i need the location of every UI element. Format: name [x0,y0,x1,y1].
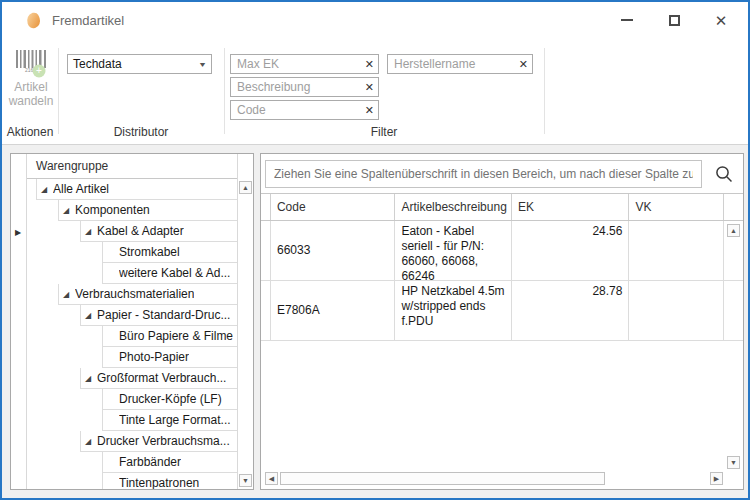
tree-node-buero-papiere[interactable]: Büro Papiere & Filme [27,326,237,347]
tree-node-drucker-verbrauchsma[interactable]: ◢Drucker Verbrauchsma... [27,431,237,452]
maximize-icon [669,15,680,26]
scroll-left-button[interactable]: ◀ [265,472,278,485]
group-separator [544,48,545,134]
maximize-button[interactable] [655,2,693,38]
scroll-down-icon: ▼ [730,459,737,466]
minimize-icon [621,19,633,21]
expand-icon[interactable]: ◢ [83,374,97,383]
tree-node-grossformat[interactable]: ◢Großformat Verbrauch... [27,368,237,389]
app-icon [25,11,42,29]
group-by-panel[interactable]: Ziehen Sie eine Spaltenüberschrift in di… [261,154,743,193]
tree-node-weitere-kabel[interactable]: weitere Kabel & Ad... [27,263,237,284]
herstellername-field[interactable]: ✕ [387,54,533,74]
group-by-box[interactable]: Ziehen Sie eine Spaltenüberschrift in di… [265,160,702,188]
grid-horizontal-scrollbar[interactable]: ◀ ▶ [265,471,723,487]
clear-icon[interactable]: ✕ [359,58,374,71]
tree-rows: ◢Alle Artikel ◢Komponenten ◢Kabel & Adap… [27,179,237,489]
tree-node-farbbaender[interactable]: Farbbänder [27,452,237,473]
tree-column-header[interactable]: Warengruppe [27,154,237,179]
cell-code: 66033 [271,221,395,280]
column-header-vk[interactable]: VK [629,194,724,220]
tree-node-tinte-large-format[interactable]: Tinte Large Format... [27,410,237,431]
scroll-right-button[interactable]: ▶ [710,472,723,485]
expand-icon[interactable]: ◢ [61,206,75,215]
chevron-down-icon: ▼ [198,61,207,68]
tree-row-indicator-column: ▶ [11,154,27,489]
expand-icon[interactable]: ◢ [83,437,97,446]
close-button[interactable]: ✕ [702,2,740,38]
search-button[interactable] [713,163,735,185]
tree-node-papier-standard[interactable]: ◢Papier - Standard-Druc... [27,305,237,326]
cell-vk [629,221,724,280]
column-header-code[interactable]: Code [271,194,395,220]
scroll-down-button[interactable]: ▼ [239,474,252,487]
close-icon: ✕ [715,13,728,28]
horizontal-scrollbar-thumb[interactable] [280,472,605,485]
tree-vertical-scrollbar[interactable]: ▲ ▼ [237,154,253,489]
table-row[interactable]: E7806A HP Netzkabel 4.5m w/stripped ends… [261,281,743,341]
titlebar: Fremdartikel ✕ [2,2,748,38]
grid-scroll-up-button[interactable]: ▲ [727,224,740,237]
current-row-indicator-icon: ▶ [15,228,21,237]
artikel-grid: Ziehen Sie eine Spaltenüberschrift in di… [260,153,744,490]
tree-node-stromkabel[interactable]: Stromkabel [27,242,237,263]
cell-vk [629,281,724,340]
max-ek-field[interactable]: ✕ [230,54,379,74]
tree-node-komponenten[interactable]: ◢Komponenten [27,200,237,221]
window-title: Fremdartikel [52,13,124,28]
scroll-left-icon: ◀ [269,475,274,483]
cell-description: Eaton - Kabel seriell - für P/N: 66060, … [395,221,512,280]
scroll-up-icon: ▲ [730,227,737,234]
clear-icon[interactable]: ✕ [513,58,528,71]
artikel-wandeln-button[interactable]: 21685 + Artikel wandeln [6,46,56,124]
plus-icon: + [36,65,42,76]
clear-icon[interactable]: ✕ [359,104,374,117]
group-separator [224,48,225,134]
main-area: ▶ Warengruppe ◢Alle Artikel ◢Komponenten… [2,145,748,498]
fremdartikel-window: Fremdartikel ✕ 21685 [0,0,750,500]
cell-ek: 28.78 [512,281,630,340]
barcode-icon: 21685 + [14,46,48,78]
column-header-artikelbeschreibung[interactable]: Artikelbeschreibung [395,194,512,220]
grid-header-row: Code Artikelbeschreibung EK VK [261,193,743,221]
distributor-value: Techdata [73,57,199,71]
clear-icon[interactable]: ✕ [359,81,374,94]
herstellername-input[interactable] [394,57,513,71]
ribbon: 21685 + Artikel wandeln Techdata ▼ ✕ ✕ ✕ [2,38,748,145]
cell-code: E7806A [271,281,395,340]
grid-rows: 66033 Eaton - Kabel seriell - für P/N: 6… [261,221,743,341]
cell-ek: 24.56 [512,221,630,280]
artikel-wandeln-label: Artikel wandeln [6,80,56,108]
tree-node-photo-papier[interactable]: Photo-Papier [27,347,237,368]
warengruppe-tree: ▶ Warengruppe ◢Alle Artikel ◢Komponenten… [10,153,254,490]
tree-node-verbrauchsmaterialien[interactable]: ◢Verbrauchsmaterialien [27,284,237,305]
beschreibung-input[interactable] [237,80,359,94]
tree-node-kabel-adapter[interactable]: ◢Kabel & Adapter [27,221,237,242]
scroll-right-icon: ▶ [714,475,719,483]
distributor-combobox[interactable]: Techdata ▼ [67,54,212,74]
scroll-up-button[interactable]: ▲ [239,181,252,194]
cell-description: HP Netzkabel 4.5m w/stripped ends f.PDU [395,281,512,340]
code-field[interactable]: ✕ [230,100,379,120]
expand-icon[interactable]: ◢ [83,227,97,236]
beschreibung-field[interactable]: ✕ [230,77,379,97]
group-label-distributor: Distributor [58,125,224,141]
scroll-up-icon: ▲ [242,184,249,191]
expand-icon[interactable]: ◢ [61,290,75,299]
expand-icon[interactable]: ◢ [83,311,97,320]
grid-scroll-header [724,194,743,220]
max-ek-input[interactable] [237,57,359,71]
grid-indicator-header [261,194,271,220]
tree-node-tintenpatronen[interactable]: Tintenpatronen [27,473,237,489]
table-row[interactable]: 66033 Eaton - Kabel seriell - für P/N: 6… [261,221,743,281]
tree-node-alle-artikel[interactable]: ◢Alle Artikel [27,179,237,200]
group-label-filter: Filter [224,125,544,141]
code-input[interactable] [237,103,359,117]
tree-node-drucker-koepfe[interactable]: Drucker-Köpfe (LF) [27,389,237,410]
group-separator [58,48,59,134]
scroll-down-icon: ▼ [242,477,249,484]
minimize-button[interactable] [608,2,646,38]
column-header-ek[interactable]: EK [512,194,630,220]
expand-icon[interactable]: ◢ [39,185,53,194]
grid-scroll-down-button[interactable]: ▼ [727,456,740,469]
